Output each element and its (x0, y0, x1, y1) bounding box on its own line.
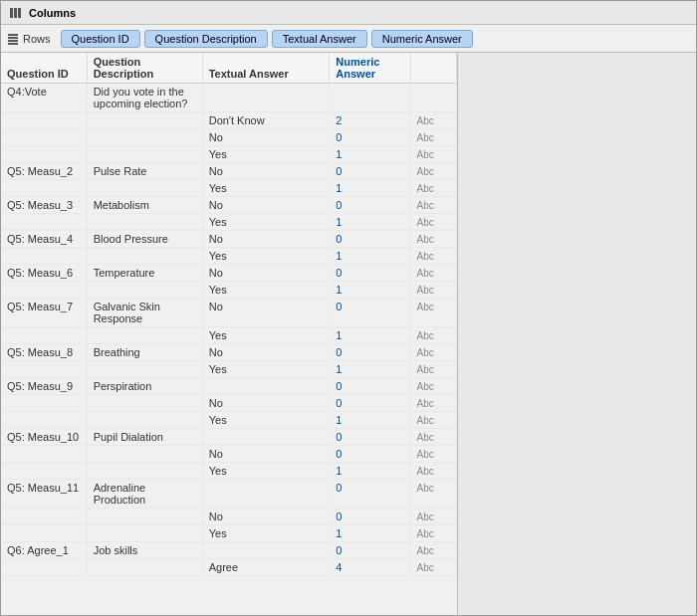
cell-abc: Abc (410, 327, 456, 344)
cell-abc: Abc (410, 559, 456, 576)
cell-question-desc (87, 282, 202, 299)
cell-question-id (1, 509, 87, 525)
cell-question-desc: Did you vote in the upcoming election? (87, 84, 202, 112)
cell-textual-answer: Yes (202, 327, 330, 344)
cell-numeric-answer: 0 (330, 129, 410, 146)
table-row: Q5: Measu_4Blood PressureNo0Abc (1, 231, 457, 248)
table-wrapper[interactable]: Question ID QuestionDescription Textual … (1, 53, 457, 615)
cell-textual-answer: Yes (202, 463, 330, 480)
data-table: Question ID QuestionDescription Textual … (1, 53, 457, 576)
pill-question-description[interactable]: Question Description (144, 30, 268, 48)
table-row: Yes1Abc (1, 361, 457, 378)
cell-question-id (1, 129, 87, 146)
columns-icon (9, 6, 23, 20)
table-row: Q5: Measu_2Pulse RateNo0Abc (1, 163, 457, 180)
cell-textual-answer: No (202, 129, 330, 146)
table-row: Q5: Measu_7Galvanic Skin ResponseNo0Abc (1, 299, 457, 327)
cell-textual-answer: Yes (202, 214, 330, 231)
cell-question-id: Q5: Measu_10 (1, 429, 87, 446)
table-row: Q5: Measu_3MetabolismNo0Abc (1, 197, 457, 214)
cell-question-id: Q4:Vote (1, 84, 87, 112)
pill-numeric-answer[interactable]: Numeric Answer (371, 30, 473, 48)
svg-rect-4 (8, 37, 18, 39)
svg-rect-0 (10, 8, 13, 18)
pill-textual-answer[interactable]: Textual Answer (272, 30, 367, 48)
cell-numeric-answer: 0 (330, 480, 410, 509)
cell-question-id (1, 180, 87, 197)
cell-numeric-answer: 0 (330, 395, 410, 412)
table-row: Yes1Abc (1, 525, 457, 542)
cell-numeric-answer: 1 (330, 361, 410, 378)
pill-question-id[interactable]: Question ID (61, 30, 140, 48)
cell-question-desc (87, 361, 202, 378)
cell-abc: Abc (410, 344, 456, 361)
cell-question-id: Q5: Measu_8 (1, 344, 87, 361)
columns-header-bar: Rows Question ID Question Description Te… (1, 25, 696, 53)
cell-textual-answer: No (202, 344, 330, 361)
svg-rect-6 (8, 43, 18, 45)
table-row: Agree4Abc (1, 559, 457, 576)
cell-question-desc (87, 395, 202, 412)
cell-question-desc (87, 509, 202, 525)
cell-question-id (1, 112, 87, 129)
cell-textual-answer (202, 378, 330, 395)
cell-question-desc (87, 146, 202, 163)
cell-textual-answer (202, 429, 330, 446)
cell-abc: Abc (410, 231, 456, 248)
cell-textual-answer: Yes (202, 248, 330, 265)
cell-numeric-answer: 1 (330, 327, 410, 344)
cell-numeric-answer: 1 (330, 214, 410, 231)
table-row: Q5: Measu_8BreathingNo0Abc (1, 344, 457, 361)
svg-rect-5 (8, 40, 18, 42)
svg-rect-1 (14, 8, 17, 18)
right-panel (457, 53, 696, 615)
cell-question-desc: Pupil Dialation (87, 429, 202, 446)
cell-abc: Abc (410, 197, 456, 214)
cell-question-desc (87, 180, 202, 197)
cell-question-id (1, 327, 87, 344)
cell-textual-answer: No (202, 509, 330, 525)
cell-numeric-answer: 0 (330, 344, 410, 361)
cell-question-desc (87, 525, 202, 542)
cell-numeric-answer: 1 (330, 248, 410, 265)
cell-numeric-answer: 0 (330, 429, 410, 446)
table-row: No0Abc (1, 129, 457, 146)
main-content: Question ID QuestionDescription Textual … (1, 53, 696, 615)
window-title: Columns (29, 7, 76, 19)
cell-question-desc (87, 214, 202, 231)
cell-textual-answer (202, 480, 330, 509)
table-row: No0Abc (1, 509, 457, 525)
cell-question-desc: Job skills (87, 542, 202, 559)
cell-textual-answer: No (202, 231, 330, 248)
cell-abc: Abc (410, 412, 456, 429)
cell-abc: Abc (410, 446, 456, 463)
table-row: Yes1Abc (1, 463, 457, 480)
cell-question-desc (87, 248, 202, 265)
cell-question-desc: Perspiration (87, 378, 202, 395)
cell-textual-answer: No (202, 265, 330, 282)
cell-numeric-answer: 0 (330, 299, 410, 327)
cell-question-id: Q5: Measu_11 (1, 480, 87, 509)
cell-question-id: Q5: Measu_4 (1, 231, 87, 248)
cell-question-id: Q5: Measu_6 (1, 265, 87, 282)
cell-abc: Abc (410, 361, 456, 378)
cell-numeric-answer: 0 (330, 446, 410, 463)
cell-textual-answer: Yes (202, 412, 330, 429)
cell-textual-answer: No (202, 446, 330, 463)
cell-question-id (1, 412, 87, 429)
cell-numeric-answer: 0 (330, 378, 410, 395)
cell-question-id (1, 361, 87, 378)
table-row: Yes1Abc (1, 180, 457, 197)
table-row: Yes1Abc (1, 146, 457, 163)
cell-question-desc: Adrenaline Production (87, 480, 202, 509)
table-row: Yes1Abc (1, 214, 457, 231)
cell-numeric-answer: 1 (330, 180, 410, 197)
cell-textual-answer (202, 542, 330, 559)
cell-textual-answer: Yes (202, 525, 330, 542)
cell-question-id: Q6: Agree_1 (1, 542, 87, 559)
table-row: Don't Know2Abc (1, 112, 457, 129)
cell-question-id: Q5: Measu_2 (1, 163, 87, 180)
svg-rect-3 (8, 34, 18, 36)
cell-question-desc (87, 446, 202, 463)
svg-rect-2 (18, 8, 21, 18)
